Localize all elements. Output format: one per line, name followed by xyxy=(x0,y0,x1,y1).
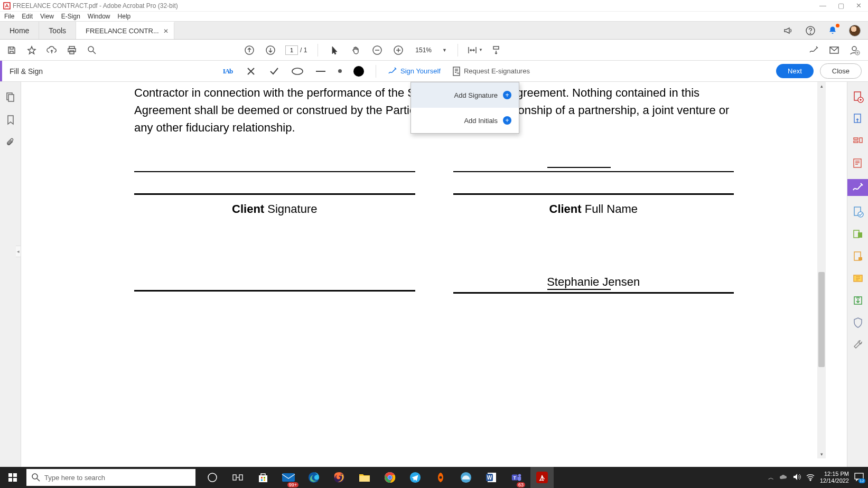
print-icon[interactable] xyxy=(66,44,78,57)
page-down-icon[interactable] xyxy=(264,44,277,57)
close-button[interactable]: Close xyxy=(820,63,862,79)
svg-rect-22 xyxy=(854,138,858,139)
edge-icon[interactable] xyxy=(302,467,325,488)
pen-icon[interactable] xyxy=(808,44,820,57)
scroll-thumb[interactable] xyxy=(818,272,825,367)
zoom-out-icon[interactable] xyxy=(371,44,384,57)
maximize-button[interactable]: ▢ xyxy=(838,2,844,10)
request-esignatures-button[interactable]: Request E-signatures xyxy=(452,67,530,76)
tray-chevron-icon[interactable]: ︿ xyxy=(768,474,774,482)
tab-tools[interactable]: Tools xyxy=(39,22,76,39)
line-tool[interactable] xyxy=(315,65,326,77)
compress-icon[interactable] xyxy=(852,272,864,285)
svg-point-57 xyxy=(440,476,442,479)
organize-icon[interactable] xyxy=(852,205,864,218)
word-icon[interactable]: W xyxy=(480,467,503,488)
tab-home[interactable]: Home xyxy=(0,22,39,39)
chrome-icon[interactable] xyxy=(378,467,402,488)
menu-window[interactable]: Window xyxy=(88,13,110,20)
add-initials-item[interactable]: Add Initials + xyxy=(411,108,519,133)
comment-icon[interactable] xyxy=(852,157,864,170)
signature-line-right xyxy=(453,193,734,195)
signature-line-right-top xyxy=(453,171,734,172)
save-icon[interactable] xyxy=(5,44,18,57)
tab-document[interactable]: FREELANCE CONTR... ✕ xyxy=(76,22,174,39)
start-button[interactable] xyxy=(0,473,25,482)
pointer-icon[interactable] xyxy=(329,44,341,57)
protect-icon[interactable] xyxy=(852,250,864,262)
x-tool[interactable] xyxy=(245,65,257,77)
store-icon[interactable] xyxy=(251,467,275,488)
more-tools-icon[interactable] xyxy=(852,339,864,351)
svg-rect-40 xyxy=(233,475,236,480)
svg-rect-42 xyxy=(259,475,267,482)
megaphone-icon[interactable] xyxy=(782,25,794,36)
check-tool[interactable] xyxy=(268,65,280,77)
taskbar-search[interactable]: Type here to search xyxy=(26,469,195,486)
svg-rect-23 xyxy=(854,141,858,143)
page-up-icon[interactable] xyxy=(243,44,256,57)
export-pdf-icon[interactable] xyxy=(852,112,864,125)
zoom-in-icon[interactable] xyxy=(392,44,405,57)
text-tool[interactable]: IAb xyxy=(222,65,234,77)
scroll-up-icon[interactable]: ▴ xyxy=(817,82,826,90)
oval-tool[interactable] xyxy=(292,65,303,77)
menu-edit[interactable]: Edit xyxy=(22,13,33,20)
cloud-upload-icon[interactable] xyxy=(45,44,58,57)
teams-icon[interactable]: T63 xyxy=(505,467,528,488)
task-view-icon[interactable] xyxy=(226,467,249,488)
bell-icon[interactable] xyxy=(827,25,838,36)
scroll-mode-icon[interactable] xyxy=(490,44,502,57)
redact-icon[interactable] xyxy=(852,228,864,240)
shield-icon[interactable] xyxy=(852,316,864,329)
explorer-icon[interactable] xyxy=(353,467,376,488)
user-avatar[interactable] xyxy=(849,25,861,36)
minimize-button[interactable]: — xyxy=(819,2,826,10)
fill-sign-tool-icon[interactable] xyxy=(847,179,869,196)
zoom-dropdown-icon[interactable]: ▼ xyxy=(442,48,447,53)
document-view[interactable]: Contractor in connection with the perfor… xyxy=(21,82,847,467)
mail-app-icon[interactable]: 99+ xyxy=(277,467,300,488)
fit-width-icon[interactable]: ▼ xyxy=(469,44,481,57)
dot-tool[interactable] xyxy=(338,69,342,73)
add-signature-item[interactable]: Add Signature + xyxy=(411,82,519,108)
origin-icon[interactable] xyxy=(429,467,452,488)
firefox-icon[interactable] xyxy=(328,467,351,488)
next-button[interactable]: Next xyxy=(776,64,814,78)
mail-icon[interactable] xyxy=(828,44,841,57)
zoom-level: 151% xyxy=(413,46,434,54)
bookmark-icon[interactable] xyxy=(5,115,16,125)
sign-yourself-button[interactable]: Sign Yourself xyxy=(388,67,441,76)
acrobat-taskbar-icon[interactable] xyxy=(530,467,554,488)
profile-badge-icon[interactable] xyxy=(848,44,861,57)
close-window-button[interactable]: ✕ xyxy=(856,2,862,10)
vertical-scrollbar[interactable]: ▴ ▾ xyxy=(817,82,826,458)
menu-view[interactable]: View xyxy=(40,13,54,20)
filled-dot-tool[interactable] xyxy=(353,66,364,77)
edit-pdf-icon[interactable] xyxy=(852,135,864,147)
attachment-icon[interactable] xyxy=(5,138,16,148)
telegram-icon[interactable] xyxy=(404,467,427,488)
search-icon[interactable] xyxy=(86,44,98,57)
hand-icon[interactable] xyxy=(350,44,362,57)
menu-esign[interactable]: E-Sign xyxy=(61,13,80,20)
action-center-icon[interactable]: 12 xyxy=(854,473,864,482)
star-icon[interactable] xyxy=(25,44,38,57)
help-icon[interactable] xyxy=(805,25,816,36)
tray-wifi-icon[interactable] xyxy=(806,474,815,482)
tray-clock[interactable]: 12:15 PM 12/14/2022 xyxy=(820,471,849,484)
collapse-left-rail[interactable]: ◂ xyxy=(16,246,21,257)
thumbnails-icon[interactable] xyxy=(5,91,16,102)
main-toolbar: / 1 151% ▼ ▼ xyxy=(0,40,868,61)
tray-volume-icon[interactable] xyxy=(793,473,801,482)
app-icon-generic[interactable] xyxy=(454,467,478,488)
create-pdf-icon[interactable] xyxy=(852,90,864,103)
scroll-down-icon[interactable]: ▾ xyxy=(817,450,826,458)
page-number-input[interactable] xyxy=(285,45,298,55)
share-icon[interactable] xyxy=(852,294,864,307)
menu-help[interactable]: Help xyxy=(118,13,131,20)
cortana-icon[interactable] xyxy=(201,467,224,488)
tray-onedrive-icon[interactable] xyxy=(779,474,788,481)
menu-file[interactable]: File xyxy=(4,13,14,20)
tab-close-icon[interactable]: ✕ xyxy=(163,27,169,35)
